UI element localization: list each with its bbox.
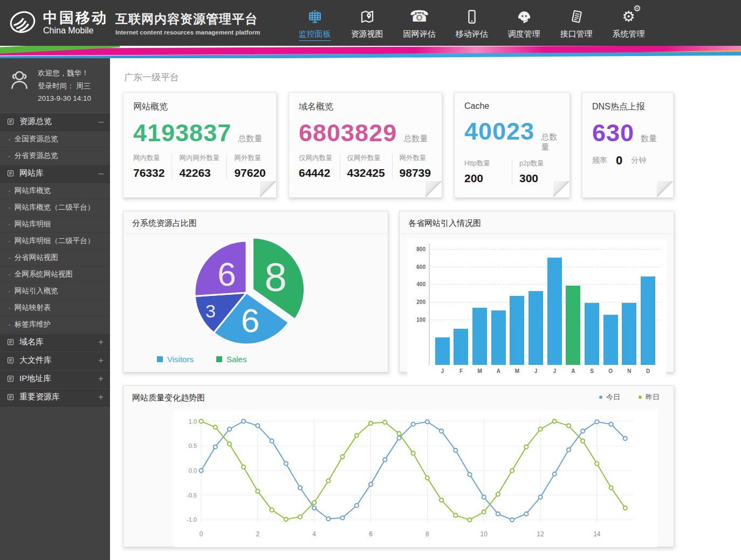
sidebar-section-3[interactable]: 大文件库+ (0, 351, 110, 370)
nav-item-phone[interactable]: ☎固网评估 (393, 5, 445, 41)
data-point[interactable] (298, 515, 302, 518)
data-point[interactable] (228, 442, 231, 446)
data-point[interactable] (538, 427, 542, 431)
collapse-icon[interactable]: – (99, 116, 104, 127)
data-point[interactable] (355, 433, 359, 437)
data-point[interactable] (553, 419, 557, 423)
legend-item[interactable]: 昨日 (639, 392, 660, 402)
data-point[interactable] (397, 436, 401, 440)
sidebar-item[interactable]: ·全网系统网站视图 (0, 266, 110, 283)
data-point[interactable] (284, 462, 288, 466)
data-point[interactable] (242, 465, 245, 469)
sidebar-item[interactable]: ·网站库明细 (0, 216, 110, 233)
sidebar-section-2[interactable]: 域名库+ (0, 333, 110, 351)
data-point[interactable] (411, 422, 415, 426)
data-point[interactable] (468, 518, 471, 522)
data-point[interactable] (609, 486, 613, 489)
bar-F-1[interactable] (454, 329, 468, 365)
legend-item[interactable]: 今日 (599, 392, 620, 402)
data-point[interactable] (298, 486, 302, 489)
data-point[interactable] (369, 421, 373, 425)
bar-A-3[interactable] (491, 310, 506, 365)
data-point[interactable] (468, 473, 471, 476)
data-point[interactable] (623, 506, 627, 510)
data-point[interactable] (482, 510, 486, 514)
data-point[interactable] (242, 419, 245, 423)
data-point[interactable] (496, 492, 500, 496)
data-point[interactable] (440, 498, 443, 502)
data-point[interactable] (199, 468, 203, 472)
data-point[interactable] (538, 495, 542, 499)
sidebar-item[interactable]: ·网站库明细（二级平台） (0, 233, 110, 250)
data-point[interactable] (284, 517, 288, 521)
data-point[interactable] (524, 445, 528, 449)
bar-J-0[interactable] (435, 337, 450, 365)
data-point[interactable] (340, 516, 344, 520)
data-point[interactable] (270, 508, 273, 512)
data-point[interactable] (454, 448, 457, 452)
data-point[interactable] (383, 458, 387, 461)
bar-O-9[interactable] (603, 315, 618, 365)
legend-item[interactable]: Sales (216, 355, 247, 364)
data-point[interactable] (312, 501, 316, 504)
data-point[interactable] (270, 439, 273, 443)
data-point[interactable] (397, 432, 401, 435)
data-point[interactable] (326, 479, 330, 483)
data-point[interactable] (609, 422, 613, 426)
data-point[interactable] (426, 420, 429, 424)
data-point[interactable] (595, 462, 599, 466)
collapse-icon[interactable]: – (99, 168, 104, 179)
expand-icon[interactable]: + (98, 374, 104, 384)
expand-icon[interactable]: + (98, 337, 104, 348)
data-point[interactable] (510, 468, 514, 472)
data-point[interactable] (510, 518, 514, 522)
nav-item-gears[interactable]: ⚙⚙系统管理 (602, 5, 655, 41)
data-point[interactable] (312, 506, 316, 510)
data-point[interactable] (228, 427, 231, 431)
legend-item[interactable]: Visitors (157, 355, 194, 364)
data-point[interactable] (411, 451, 415, 455)
data-point[interactable] (383, 420, 387, 424)
sidebar-item[interactable]: ·网站库概览（二级平台） (0, 199, 110, 216)
data-point[interactable] (567, 448, 571, 452)
bar-N-10[interactable] (622, 303, 636, 365)
data-point[interactable] (426, 476, 429, 480)
sidebar-item[interactable]: ·分省网站视图 (0, 250, 110, 266)
data-point[interactable] (214, 445, 217, 449)
sidebar-item[interactable]: ·全国资源总览 (0, 131, 110, 148)
data-point[interactable] (496, 512, 500, 516)
data-point[interactable] (454, 514, 457, 517)
bar-M-4[interactable] (510, 296, 524, 365)
sidebar-section-1[interactable]: 网站库– (0, 164, 110, 183)
data-point[interactable] (581, 429, 585, 433)
expand-icon[interactable]: + (98, 355, 104, 366)
bar-J-6[interactable] (547, 258, 562, 365)
data-point[interactable] (199, 419, 203, 423)
sidebar-section-0[interactable]: 资源总览– (0, 113, 110, 131)
data-point[interactable] (355, 503, 359, 507)
data-point[interactable] (524, 512, 528, 516)
data-point[interactable] (369, 482, 373, 486)
data-point[interactable] (553, 472, 557, 476)
sidebar-section-4[interactable]: IP地址库+ (0, 370, 110, 388)
data-point[interactable] (567, 424, 571, 427)
sidebar-item[interactable]: ·标签库维护 (0, 316, 110, 333)
bar-M-2[interactable] (472, 308, 487, 365)
nav-item-dashboard[interactable]: 监控面板 (289, 5, 341, 41)
sidebar-section-5[interactable]: 重要资源库+ (0, 388, 110, 406)
sidebar-item[interactable]: ·网站引入概览 (0, 283, 110, 300)
data-point[interactable] (256, 489, 259, 493)
data-point[interactable] (440, 429, 443, 433)
nav-item-interface[interactable]: 接口管理 (550, 5, 602, 41)
data-point[interactable] (340, 455, 344, 459)
expand-icon[interactable]: + (98, 392, 104, 403)
sidebar-item[interactable]: ·网站映射表 (0, 300, 110, 316)
data-point[interactable] (256, 424, 259, 427)
bar-D-11[interactable] (641, 276, 655, 365)
nav-item-map[interactable]: 资源视图 (341, 5, 393, 41)
data-point[interactable] (595, 420, 599, 424)
bar-J-5[interactable] (529, 291, 543, 365)
sidebar-item[interactable]: ·网站库概览 (0, 183, 110, 199)
bar-A-7[interactable] (566, 286, 580, 365)
nav-item-operator[interactable]: 调度管理 (498, 5, 550, 41)
